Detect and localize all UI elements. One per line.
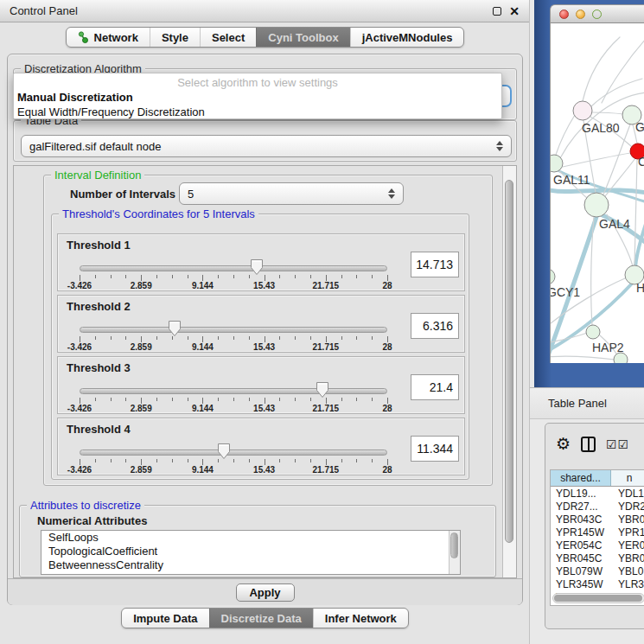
column-header-shared[interactable]: shared... — [551, 470, 611, 486]
slider-tick — [387, 275, 388, 281]
slider-tick — [295, 459, 296, 462]
number-of-intervals-label: Number of Intervals — [70, 188, 175, 201]
slider-tick — [249, 336, 250, 340]
slider-tick-label: 9.144 — [182, 465, 223, 475]
checkbox-icons[interactable]: ☑☑ — [606, 437, 628, 451]
cell-shared-name: YDL19... — [551, 488, 611, 500]
algorithm-option-manual-discretization[interactable]: Manual Discretization — [14, 90, 501, 105]
threshold-1-label: Threshold 1 — [67, 239, 131, 252]
numerical-attributes-label: Numerical Attributes — [37, 514, 147, 527]
network-node-gal4[interactable] — [584, 193, 609, 217]
numerical-attribute-item[interactable]: TopologicalCoefficient — [41, 545, 460, 558]
threshold-2-slider-handle[interactable] — [168, 320, 182, 337]
table-row[interactable]: YBR043CYBR0 — [551, 513, 644, 526]
tab-cyni-toolbox[interactable]: Cyni Toolbox — [256, 28, 349, 47]
scrollbar-thumb[interactable] — [450, 532, 458, 558]
slider-tick — [326, 336, 327, 342]
tab-impute-data[interactable]: Impute Data — [122, 609, 208, 628]
minimize-traffic-light-icon[interactable] — [576, 10, 585, 19]
split-columns-icon[interactable] — [581, 437, 596, 452]
tab-select[interactable]: Select — [200, 28, 256, 47]
slider-tick — [341, 336, 342, 340]
slider-tick — [125, 275, 126, 278]
column-header-name[interactable]: n — [611, 470, 644, 486]
network-edge[interactable] — [583, 37, 620, 101]
network-node-gcy1[interactable] — [551, 269, 555, 284]
checkbox-icon[interactable]: ☑ — [606, 437, 617, 451]
table-row[interactable]: YLR345WYLR3 — [551, 577, 644, 590]
slider-tick-label: 15.43 — [244, 404, 285, 413]
threshold-coordinates-label: Threshold's Coordinates for 5 Intervals — [59, 207, 258, 220]
slider-tick-label: -3.426 — [59, 281, 100, 290]
table-panel-titlebar[interactable]: Table Panel — [530, 387, 644, 419]
close-window-icon[interactable]: ✕ — [509, 5, 520, 17]
slider-tick — [80, 275, 80, 281]
slider-tick — [188, 275, 188, 278]
slider-tick — [279, 398, 280, 401]
threshold-2-value-field[interactable]: 6.316 — [411, 313, 459, 339]
threshold-1-slider-handle[interactable] — [250, 258, 264, 276]
table-row[interactable]: YDL19...YDL1 — [551, 487, 644, 500]
slider-tick — [141, 398, 142, 404]
network-node-gal80[interactable] — [573, 101, 592, 120]
network-node-hap2[interactable] — [586, 325, 600, 339]
algorithm-popup-items: Manual DiscretizationEqual Width/Frequen… — [14, 90, 501, 119]
threshold-1-value-field[interactable]: 14.713 — [411, 252, 459, 277]
slider-tick — [295, 336, 296, 340]
tab-infer-network[interactable]: Infer Network — [313, 609, 408, 628]
network-edge[interactable] — [551, 356, 615, 360]
tab-network[interactable]: Network — [67, 28, 150, 47]
network-canvas[interactable]: GAL80GALCGAL11GAL4GCY1HHAP2 — [550, 23, 644, 363]
threshold-2-slider-track[interactable] — [80, 327, 387, 333]
table-row[interactable]: YBL079WYBL0 — [551, 564, 644, 577]
node-attribute-table[interactable]: shared... n YDL19...YDL1YDR27...YDR2YBR0… — [550, 469, 644, 606]
table-data-selected-value: galFiltered.sif default node — [29, 140, 161, 153]
tab-discretize-data[interactable]: Discretize Data — [209, 609, 313, 628]
threshold-4-slider-track[interactable] — [80, 450, 387, 456]
numerical-attribute-item[interactable]: SelfLoops — [41, 531, 460, 545]
slider-tick — [156, 275, 157, 278]
scrollbar-thumb[interactable] — [554, 595, 642, 602]
network-window-titlebar[interactable] — [550, 4, 644, 23]
tab-label: Style — [162, 31, 188, 44]
table-row[interactable]: YPR145WYPR1 — [551, 526, 644, 539]
threshold-4-slider-handle[interactable] — [217, 443, 231, 460]
number-of-intervals-combobox[interactable]: 5 — [179, 182, 404, 205]
network-edge[interactable] — [603, 124, 630, 194]
apply-button[interactable]: Apply — [236, 583, 295, 602]
threshold-3-slider-handle[interactable] — [316, 381, 329, 399]
network-edge[interactable] — [592, 112, 623, 114]
settings-vertical-scrollbar[interactable] — [502, 166, 516, 577]
slider-tick — [80, 336, 80, 342]
checkbox-icon[interactable]: ☑ — [618, 437, 629, 451]
tab-jactivemnodules[interactable]: jActiveMNodules — [350, 28, 464, 47]
numerical-attributes-list[interactable]: SelfLoopsTopologicalCoefficientBetweenne… — [41, 530, 461, 575]
gear-icon[interactable]: ⚙ — [556, 436, 571, 453]
table-horizontal-scrollbar[interactable] — [552, 593, 644, 603]
table-row[interactable]: YBR045CYBR0 — [551, 552, 644, 564]
threshold-3-value-field[interactable]: 21.4 — [411, 374, 459, 400]
control-panel-titlebar[interactable]: Control Panel ✕ — [0, 0, 529, 22]
threshold-4-value-field[interactable]: 11.344 — [411, 436, 459, 462]
apply-button-row: Apply — [8, 578, 522, 605]
slider-tick-label: 21.715 — [305, 404, 347, 413]
table-data-combobox[interactable]: galFiltered.sif default node — [21, 135, 512, 157]
tab-style[interactable]: Style — [150, 28, 200, 47]
tab-label: Impute Data — [133, 612, 197, 625]
float-window-icon[interactable] — [493, 7, 501, 16]
table-row[interactable]: YER054CYER0 — [551, 539, 644, 552]
attributes-list-scrollbar[interactable] — [449, 531, 460, 574]
network-edge[interactable] — [563, 153, 630, 167]
slider-tick — [279, 336, 280, 340]
zoom-traffic-light-icon[interactable] — [592, 10, 602, 19]
scrollbar-thumb[interactable] — [505, 180, 513, 543]
threshold-3-slider-track[interactable] — [80, 388, 387, 394]
table-row[interactable]: YDR27...YDR2 — [551, 500, 644, 513]
network-edge-highlighted[interactable] — [635, 219, 644, 267]
threshold-1-slider-track[interactable] — [80, 265, 387, 271]
algorithm-option-equal-width-frequency-discretization[interactable]: Equal Width/Frequency Discretization — [14, 105, 501, 119]
numerical-attribute-item[interactable]: BetweennessCentrality — [41, 558, 460, 572]
network-node-label: GAL80 — [582, 121, 620, 135]
close-traffic-light-icon[interactable] — [559, 10, 569, 19]
slider-tick-label: 9.144 — [182, 281, 223, 290]
